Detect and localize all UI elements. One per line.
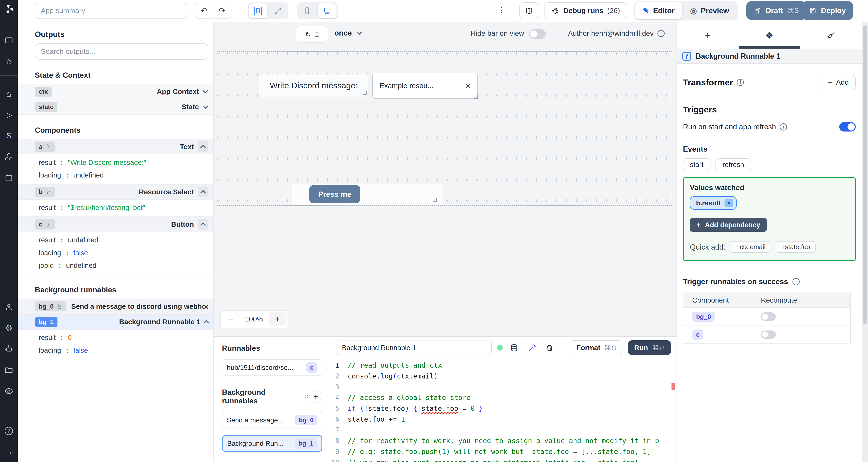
background-row-bg0[interactable]: bg_0☞ Send a message to discord using we… [18,299,213,314]
runnable-settings-panel: + ❖ ƒ Background Runnable 1 Transformer … [677,22,862,462]
settings-gear-icon[interactable]: ⚙ [0,318,18,338]
tab-styling[interactable] [800,22,862,48]
deploy-button[interactable]: Deploy [802,1,853,20]
ai-wand-button[interactable] [526,343,538,352]
tab-editor[interactable]: ✎ Editor [635,2,682,19]
refresh-count-button[interactable]: ↻ 1 [296,26,328,42]
centered-layout-button[interactable] [249,3,268,18]
folders-icon[interactable] [0,360,18,381]
runs-play-icon[interactable]: ▷ [0,104,18,126]
more-menu-kebab-icon[interactable]: ⋮ [497,5,505,15]
fullscreen-expand-button[interactable] [269,3,287,18]
runnable-item-hub[interactable]: hub/1511/discord/se... c [222,359,322,376]
add-transformer-button[interactable]: +Add [821,75,856,90]
draft-button[interactable]: Draft⌘S [746,1,806,20]
remove-watched-icon[interactable]: × [724,199,733,207]
selected-runnable-header: ƒ Background Runnable 1 [677,48,862,63]
canvas-zoom-control: − 100% + [220,310,288,328]
apps-grid-icon[interactable] [0,30,18,51]
runnable-name-input[interactable] [337,340,492,355]
run-on-start-toggle[interactable] [839,122,856,132]
docs-book-button[interactable] [519,2,539,19]
help-icon[interactable]: ? [0,421,18,441]
add-dependency-button[interactable]: +Add dependency [690,218,767,232]
format-button[interactable]: Format⌘S [570,340,622,355]
components-diamonds-icon: ❖ [765,30,774,41]
preview-eye-icon: ◎ [690,6,697,15]
right-panel-tabs: + ❖ [677,22,862,48]
tab-insert-component[interactable]: + [677,22,739,48]
redo-button[interactable]: ↷ [213,3,231,19]
debug-runs-button[interactable]: Debug runs(26) [544,2,627,19]
component-row-c[interactable]: c☞ Button [18,217,213,232]
add-background-runnable-button[interactable]: + [309,390,322,403]
workers-robot-icon[interactable] [0,338,18,360]
output-kv-row: loading:undefined [18,169,213,182]
output-row-state[interactable]: state State [18,99,213,115]
background-row-bg1[interactable]: bg_1 Background Runnable 1 [18,314,213,330]
canvas-grid[interactable]: Write Discord message: Example resou... … [217,52,672,206]
refresh-mode-dropdown[interactable]: once [334,29,361,37]
schedules-calendar-icon[interactable] [0,167,18,189]
undo-button[interactable]: ↶ [195,3,213,19]
bottom-panel: Runnables hub/1511/discord/se... c Backg… [214,336,676,462]
info-icon[interactable]: i [737,79,744,86]
user-icon[interactable] [0,297,18,318]
watched-value-chip[interactable]: b.result × [690,196,737,209]
code-editor[interactable]: 1// read outputs and ctx 2console.log(ct… [331,359,677,462]
values-watched-box: Values watched b.result × +Add dependenc… [683,177,856,261]
collapse-rail-arrow-icon[interactable]: → [0,441,18,462]
zoom-out-button[interactable]: − [222,312,239,327]
expand-icon [274,7,282,15]
press-me-button[interactable]: Press me [309,185,360,203]
quick-add-ctx-email[interactable]: +ctx.email [731,241,771,253]
triggers-title: Triggers [683,105,856,114]
trigger-on-success-title: Trigger runnables on success i [683,277,856,286]
table-row: c [683,326,850,343]
home-icon[interactable]: ⌂ [0,83,18,104]
page-scrollbar[interactable] [862,22,868,462]
component-row-b[interactable]: b☞ Resource Select [18,184,213,200]
clear-select-icon[interactable]: × [465,81,471,91]
button-component-wrapper[interactable]: Press me [292,184,443,205]
runnable-item-bg1-selected[interactable]: Background Run... bg_1 [222,435,322,452]
app-summary-input[interactable] [35,3,187,19]
info-icon[interactable]: i [780,123,787,131]
resources-boxes-icon[interactable] [0,146,18,167]
audit-eye-icon[interactable] [0,381,18,402]
variables-dollar-icon[interactable]: $ [0,126,18,146]
info-icon[interactable]: i [657,30,665,37]
hide-bar-toggle[interactable] [529,29,546,39]
component-row-a[interactable]: a☞ Text [18,139,213,155]
zoom-in-button[interactable]: + [269,312,286,327]
collapse-button[interactable] [198,141,208,152]
text-component[interactable]: Write Discord message: [259,74,368,97]
delete-button[interactable] [544,344,556,352]
recompute-toggle[interactable] [761,330,776,339]
components-title: Components [18,115,213,139]
mobile-view-button[interactable] [298,3,317,18]
run-button[interactable]: Run⌘↵ [628,340,671,355]
info-icon[interactable]: i [793,278,800,285]
resource-select-component[interactable]: Example resou... × [372,73,477,99]
event-chip-refresh: refresh [715,158,751,171]
resize-handle-icon[interactable] [363,91,367,95]
collapse-button[interactable] [198,219,208,230]
recompute-toggle[interactable] [761,312,776,321]
tab-component-settings[interactable]: ❖ [739,22,800,48]
tab-preview[interactable]: ◎ Preview [682,2,737,19]
search-outputs-input[interactable] [35,43,208,60]
desktop-view-button[interactable] [318,3,337,18]
output-row-ctx[interactable]: ctx App Context [18,84,213,99]
background-runnables-title: Background runnables [18,274,213,299]
windmill-logo-icon[interactable] [4,4,14,14]
resize-handle-icon[interactable] [474,95,477,99]
quick-add-state-foo[interactable]: +state.foo [776,241,815,253]
runnable-item-bg0[interactable]: Send a message... bg_0 [222,412,322,428]
favorites-star-icon[interactable]: ☆ [0,51,18,72]
chevron-up-icon [204,320,209,326]
database-button[interactable] [508,343,520,352]
scrollbar-thumb[interactable] [863,26,867,324]
collapse-button[interactable] [198,187,208,197]
resize-handle-icon[interactable] [433,198,437,202]
